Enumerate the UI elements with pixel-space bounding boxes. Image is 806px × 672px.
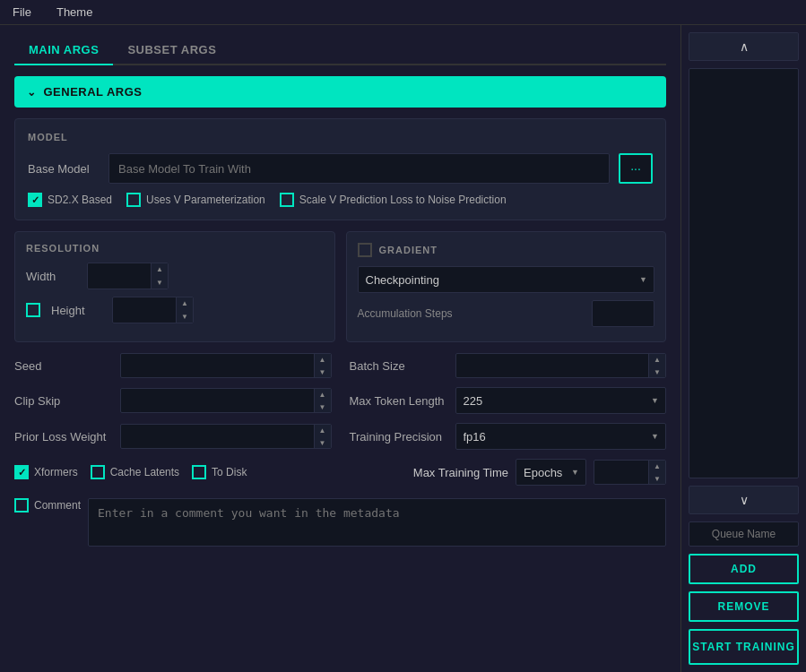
file-menu[interactable]: File [7,4,37,21]
max-training-row: Max Training Time Epochs 1 ▲ ▼ [413,459,666,486]
height-checkbox[interactable] [26,303,40,317]
v-param-checkbox-item[interactable]: Uses V Parameterization [126,193,265,207]
cache-latents-checkbox-item[interactable]: Cache Latents [91,465,179,479]
tab-subset-args[interactable]: SUBSET ARGS [113,36,230,65]
add-button[interactable]: ADD [689,554,799,584]
width-input[interactable]: 512 [88,270,151,283]
batch-size-up-button[interactable]: ▲ [649,353,665,366]
base-model-input[interactable] [108,153,610,184]
gradient-title: GRADIENT [358,243,655,257]
gradient-card: GRADIENT Checkpointing Accumulation Step… [346,231,667,342]
height-spinbox: 512 ▲ ▼ [112,297,194,323]
prior-loss-input[interactable]: 1.00 [121,430,314,444]
prior-loss-up-button[interactable]: ▲ [315,424,331,436]
prior-loss-spinbox: 1.00 ▲ ▼ [120,424,332,449]
queue-name-input[interactable] [689,521,799,547]
model-card: MODEL Base Model ··· SD2.X Based Uses V … [14,118,666,220]
chevron-down-icon: ⌄ [27,86,37,99]
batch-size-down-button[interactable]: ▼ [649,366,665,378]
max-training-unit-select[interactable]: Epochs [516,459,586,486]
max-token-field: Max Token Length 225 [350,387,667,414]
cache-latents-checkbox[interactable] [91,465,105,479]
checkpointing-select[interactable]: Checkpointing [358,266,655,293]
general-args-header[interactable]: ⌄ GENERAL ARGS [14,76,666,108]
clip-skip-buttons: ▲ ▼ [314,388,331,413]
theme-menu[interactable]: Theme [51,4,98,21]
height-input[interactable]: 512 [113,304,176,317]
height-label: Height [51,304,105,317]
clip-skip-down-button[interactable]: ▼ [315,401,331,413]
scale-v-label: Scale V Prediction Loss to Noise Predict… [299,194,507,206]
training-precision-field: Training Precision fp16 [350,423,667,450]
max-training-unit-wrapper: Epochs [516,459,586,486]
prior-loss-down-button[interactable]: ▼ [315,436,331,449]
to-disk-label: To Disk [212,466,247,478]
xformers-checkbox-item[interactable]: Xformers [14,465,78,479]
model-checkboxes: SD2.X Based Uses V Parameterization Scal… [28,193,653,207]
sd2x-label: SD2.X Based [48,194,112,206]
height-up-button[interactable]: ▲ [177,297,193,310]
training-precision-select-wrapper: fp16 [455,423,667,450]
seed-buttons: ▲ ▼ [314,353,331,378]
resolution-card: RESOLUTION Width 512 ▲ ▼ Height [14,231,335,342]
to-disk-checkbox-item[interactable]: To Disk [192,465,247,479]
clip-skip-input[interactable]: 2 [121,394,314,408]
width-spinbox-buttons: ▲ ▼ [151,263,168,289]
seed-down-button[interactable]: ▼ [315,366,331,378]
clip-skip-field: Clip Skip 2 ▲ ▼ [14,387,332,414]
width-row: Width 512 ▲ ▼ [26,263,324,289]
height-down-button[interactable]: ▼ [177,310,193,323]
checkpointing-select-wrapper: Checkpointing [358,266,655,293]
tab-main-args[interactable]: MAIN ARGS [14,36,113,65]
clip-skip-label: Clip Skip [14,394,113,408]
width-spinbox: 512 ▲ ▼ [87,263,169,289]
prior-loss-field: Prior Loss Weight 1.00 ▲ ▼ [14,423,332,450]
v-param-checkbox[interactable] [126,193,141,207]
clip-skip-up-button[interactable]: ▲ [315,388,331,401]
remove-button[interactable]: REMOVE [689,591,799,622]
seed-up-button[interactable]: ▲ [315,353,331,366]
batch-size-label: Batch Size [350,359,448,373]
width-up-button[interactable]: ▲ [152,263,168,276]
sd2x-checkbox-item[interactable]: SD2.X Based [28,193,112,207]
width-label: Width [26,270,80,283]
v-param-label: Uses V Parameterization [146,194,265,206]
xformers-checkbox[interactable] [14,465,29,479]
max-training-buttons: ▲ ▼ [648,460,665,485]
batch-size-spinbox: 1 ▲ ▼ [455,353,667,378]
comment-label: Comment [34,499,81,512]
resolution-gradient-row: RESOLUTION Width 512 ▲ ▼ Height [14,231,666,342]
comment-checkbox-item[interactable]: Comment [14,498,81,513]
xformers-label: Xformers [34,466,78,478]
max-training-up-button[interactable]: ▲ [649,460,665,472]
queue-up-button[interactable]: ∧ [689,32,799,61]
sd2x-checkbox[interactable] [28,193,42,207]
height-row: Height 512 ▲ ▼ [26,297,324,323]
comment-checkbox[interactable] [14,498,29,513]
gradient-checkbox[interactable] [358,243,372,257]
scale-v-checkbox[interactable] [280,193,294,207]
start-training-button[interactable]: START TRAINING [689,629,799,665]
general-args-label: GENERAL ARGS [44,85,143,99]
accumulation-input[interactable]: 1 [593,307,654,321]
batch-size-buttons: ▲ ▼ [648,353,665,378]
queue-list [689,68,799,478]
seed-input[interactable]: 23 [121,359,314,373]
seed-spinbox: 23 ▲ ▼ [120,353,332,378]
accumulation-label: Accumulation Steps [358,307,585,320]
checkpointing-row: Checkpointing [358,266,655,293]
max-token-select[interactable]: 225 [455,387,667,414]
to-disk-checkbox[interactable] [192,465,206,479]
max-training-down-button[interactable]: ▼ [649,472,665,485]
width-down-button[interactable]: ▼ [152,276,168,289]
menubar: File Theme [0,0,806,25]
batch-size-input[interactable]: 1 [456,359,649,373]
training-precision-select[interactable]: fp16 [455,423,667,450]
max-training-input[interactable]: 1 [594,466,648,479]
comment-input[interactable] [88,498,666,547]
cache-latents-label: Cache Latents [110,466,179,478]
scale-v-checkbox-item[interactable]: Scale V Prediction Loss to Noise Predict… [280,193,507,207]
base-model-label: Base Model [28,162,100,176]
queue-down-button[interactable]: ∨ [689,486,799,514]
browse-button[interactable]: ··· [619,153,653,184]
